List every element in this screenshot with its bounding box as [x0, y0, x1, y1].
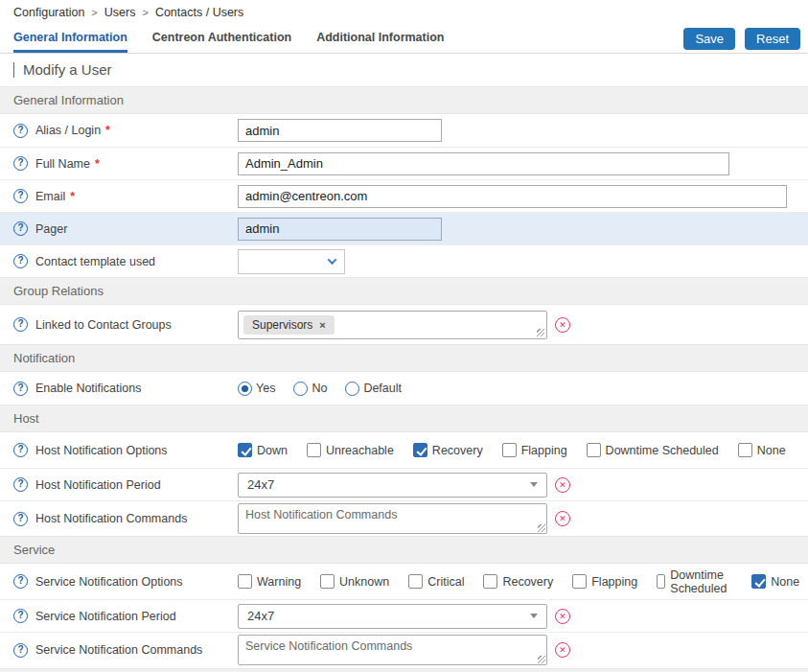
checkbox-service-warning[interactable]: Warning — [238, 574, 301, 589]
help-icon[interactable] — [13, 317, 28, 332]
field-label: Contact template used — [35, 255, 155, 268]
label-cell: Full Name * — [13, 156, 238, 171]
section-header-host: Host — [0, 405, 808, 432]
breadcrumb: Configuration > Users > Contacts / Users — [0, 0, 808, 25]
help-icon[interactable] — [13, 124, 28, 138]
clear-host-period-icon[interactable] — [555, 477, 570, 493]
help-icon[interactable] — [13, 643, 28, 658]
remove-tag-icon[interactable] — [319, 320, 325, 330]
help-icon[interactable] — [13, 443, 28, 457]
help-icon[interactable] — [13, 477, 28, 492]
checkbox-icon — [572, 574, 587, 589]
section-header-general-information: General Information — [0, 86, 808, 114]
help-icon[interactable] — [13, 221, 28, 236]
checkbox-icon — [238, 574, 252, 589]
dropdown-arrow-icon — [530, 482, 538, 487]
alias-login-input[interactable] — [238, 119, 442, 142]
checkbox-service-recovery[interactable]: Recovery — [483, 574, 553, 589]
page-title: Modify a User — [13, 62, 808, 78]
checkbox-service-critical[interactable]: Critical — [408, 574, 464, 589]
section-header-notification: Notification — [0, 344, 808, 372]
clear-host-commands-icon[interactable] — [555, 511, 570, 526]
breadcrumb-separator: > — [142, 7, 148, 18]
tab-additional-information[interactable]: Additional Information — [316, 25, 444, 53]
help-icon[interactable] — [13, 189, 28, 203]
breadcrumb-item-configuration[interactable]: Configuration — [13, 6, 84, 19]
help-icon[interactable] — [13, 382, 28, 396]
row-host-notification-options: Host Notification Options Down Unreachab… — [0, 432, 808, 468]
radio-default[interactable]: Default — [345, 382, 402, 396]
tab-general-information[interactable]: General Information — [13, 25, 127, 53]
checkbox-service-flapping[interactable]: Flapping — [572, 574, 637, 589]
row-service-notification-options: Service Notification Options Warning Unk… — [0, 564, 808, 599]
save-button[interactable]: Save — [683, 28, 735, 50]
email-input[interactable] — [238, 185, 787, 208]
tab-centreon-authentication[interactable]: Centreon Authentication — [152, 25, 291, 53]
checkbox-host-unreachable[interactable]: Unreachable — [307, 443, 394, 457]
help-icon[interactable] — [13, 574, 28, 589]
label-cell: Pager — [13, 221, 238, 236]
required-asterisk: * — [105, 124, 110, 137]
reset-button[interactable]: Reset — [745, 28, 800, 50]
field-label: Alias / Login — [35, 124, 101, 137]
full-name-input[interactable] — [238, 152, 729, 175]
checkbox-host-flapping[interactable]: Flapping — [502, 443, 567, 457]
section-header-group-relations: Group Relations — [0, 277, 808, 305]
radio-no[interactable]: No — [293, 382, 327, 396]
help-icon[interactable] — [13, 609, 28, 623]
linked-contact-groups-input[interactable]: Supervisors — [238, 311, 547, 339]
label-cell: Linked to Contact Groups — [13, 317, 238, 332]
checkbox-host-none[interactable]: None — [738, 443, 786, 457]
checkbox-service-unknown[interactable]: Unknown — [320, 574, 389, 589]
resize-handle[interactable] — [538, 524, 545, 532]
checkbox-host-down[interactable]: Down — [238, 443, 288, 457]
contact-template-select[interactable] — [238, 249, 345, 274]
label-cell: Host Notification Commands — [13, 512, 238, 526]
resize-handle[interactable] — [537, 329, 544, 336]
tabs: General Information Centreon Authenticat… — [0, 25, 444, 53]
field-label: Host Notification Options — [35, 444, 168, 457]
clear-contact-groups-icon[interactable] — [555, 317, 570, 333]
next-section-edge — [0, 668, 808, 672]
row-email: Email * — [0, 179, 808, 212]
pager-input[interactable] — [238, 218, 442, 241]
row-service-notification-commands: Service Notification Commands — [0, 632, 808, 667]
service-notification-commands-input[interactable] — [238, 635, 547, 665]
radio-icon — [293, 382, 308, 396]
row-host-notification-commands: Host Notification Commands — [0, 500, 808, 536]
resize-handle[interactable] — [538, 656, 545, 663]
label-cell: Service Notification Commands — [13, 643, 238, 658]
row-contact-template: Contact template used — [0, 244, 808, 277]
tag-label: Supervisors — [252, 318, 312, 332]
row-pager: Pager — [0, 212, 808, 244]
section-title: Host — [13, 411, 39, 426]
section-title: Group Relations — [13, 284, 104, 298]
breadcrumb-item-users[interactable]: Users — [104, 6, 136, 19]
checkbox-host-recovery[interactable]: Recovery — [413, 443, 483, 457]
host-notification-commands-input[interactable] — [238, 503, 547, 534]
checkbox-icon — [738, 443, 752, 457]
checkbox-icon — [657, 574, 665, 589]
checkbox-host-downtime-scheduled[interactable]: Downtime Scheduled — [587, 443, 719, 457]
selected-value: 24x7 — [247, 477, 274, 492]
label-cell: Host Notification Options — [13, 443, 238, 457]
breadcrumb-item-contacts-users[interactable]: Contacts / Users — [155, 6, 243, 19]
help-icon[interactable] — [13, 512, 28, 526]
radio-yes[interactable]: Yes — [238, 382, 275, 396]
help-icon[interactable] — [13, 156, 28, 171]
help-icon[interactable] — [13, 254, 28, 268]
checkbox-service-none[interactable]: None — [751, 574, 799, 589]
field-label: Service Notification Period — [35, 610, 176, 623]
checkbox-service-downtime-scheduled[interactable]: Downtime Scheduled — [657, 568, 732, 595]
service-notification-period-select[interactable]: 24x7 — [238, 604, 547, 629]
host-notification-period-select[interactable]: 24x7 — [238, 473, 547, 498]
clear-service-period-icon[interactable] — [555, 609, 570, 624]
checkbox-icon — [587, 443, 601, 457]
field-label: Full Name — [35, 157, 90, 171]
tag-chip-supervisors: Supervisors — [243, 315, 335, 335]
field-label: Email — [35, 190, 65, 203]
label-cell: Contact template used — [13, 254, 238, 268]
clear-service-commands-icon[interactable] — [555, 642, 570, 658]
form-actions: Save Reset — [683, 25, 808, 53]
checkbox-icon — [502, 443, 517, 457]
